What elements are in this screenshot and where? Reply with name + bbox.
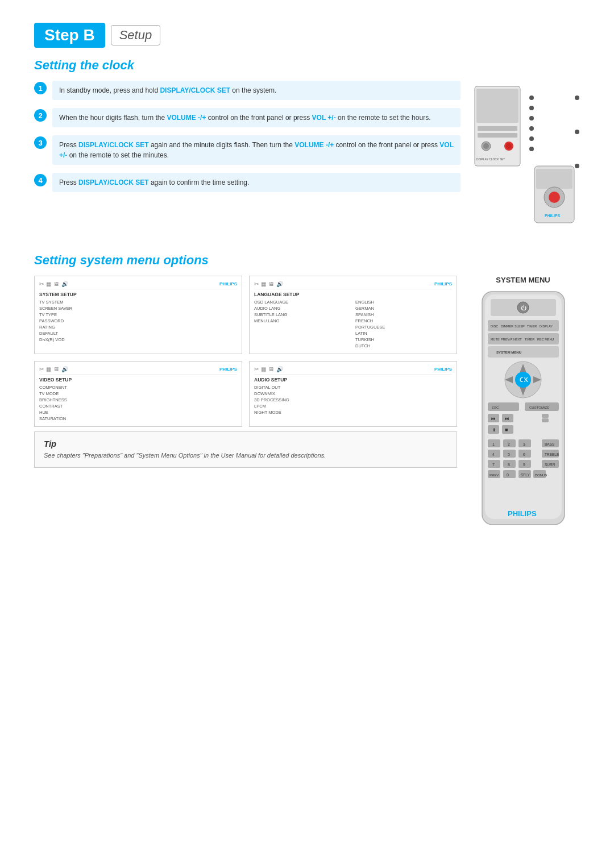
monitor-icon-2: 🖥 (268, 281, 274, 287)
audio-3d: 3D PROCESSING (254, 397, 452, 403)
svg-text:SFLY: SFLY (521, 473, 530, 477)
step-item-3: 3Press DISPLAY/CLOCK SET again and the m… (34, 135, 460, 165)
svg-text:SURR: SURR (545, 463, 555, 467)
philips-logo-2: PHILIPS (434, 281, 452, 286)
system-setup-item-tvsystem: TV SYSTEM (39, 299, 237, 305)
menus-area: ✂ ▦ 🖥 🔊 PHILIPS SYSTEM SETUP TV SYSTEM S… (34, 276, 457, 533)
svg-text:9: 9 (523, 463, 525, 467)
step-num-1: 1 (34, 82, 47, 94)
lang-menu: MENU LANG (254, 318, 351, 324)
lang-portuguese: PORTUGUESE (355, 324, 452, 330)
system-setup-box: ✂ ▦ 🖥 🔊 PHILIPS SYSTEM SETUP TV SYSTEM S… (34, 276, 242, 354)
svg-point-13 (529, 136, 534, 141)
svg-text:PHILIPS: PHILIPS (508, 509, 537, 518)
svg-text:⏮: ⏮ (491, 416, 496, 421)
svg-point-5 (483, 143, 489, 149)
video-component: COMPONENT (39, 384, 237, 391)
clock-section: 1In standby mode, press and hold DISPLAY… (34, 81, 580, 230)
volume-icon-4: 🔊 (276, 366, 283, 372)
video-tvmode: TV MODE (39, 391, 237, 397)
step-num-3: 3 (34, 136, 47, 149)
audio-night: NIGHT MODE (254, 409, 452, 416)
grid-icon: ▦ (46, 281, 51, 287)
svg-text:6: 6 (523, 452, 525, 456)
svg-rect-59 (542, 418, 549, 422)
svg-point-11 (529, 116, 534, 121)
svg-text:BASS: BASS (545, 442, 555, 446)
svg-text:NEXT: NEXT (513, 338, 522, 341)
step-text-3: Press DISPLAY/CLOCK SET again and the mi… (52, 135, 460, 165)
svg-text:DISC: DISC (491, 325, 498, 328)
svg-point-15 (575, 95, 579, 100)
audio-setup-box: ✂ ▦ 🖥 🔊 PHILIPS AUDIO SETUP DIGITAL OUT … (249, 361, 457, 427)
system-setup-item-rating: RATING (39, 324, 237, 330)
svg-text:DIMMER: DIMMER (501, 325, 513, 328)
language-setup-box: ✂ ▦ 🖥 🔊 PHILIPS LANGUAGE SETUP OSD LANGU… (249, 276, 457, 354)
svg-rect-1 (476, 89, 518, 123)
language-right: ENGLISH GERMAN SPANISH FRENCH PORTUGUESE… (355, 299, 452, 349)
svg-text:PHILIPS: PHILIPS (545, 214, 561, 218)
svg-point-9 (529, 95, 534, 100)
step-b-label: Step B (34, 23, 105, 48)
lang-subtitle: SUBTITLE LANG (254, 312, 351, 318)
svg-text:3: 3 (523, 442, 525, 446)
svg-rect-58 (542, 414, 549, 418)
step-item-4: 4Press DISPLAY/CLOCK SET again to confir… (34, 173, 460, 192)
volume-icon-2: 🔊 (276, 281, 283, 287)
step-item-2: 2When the hour digits flash, turn the VO… (34, 108, 460, 127)
svg-text:DISPLAY CLOCK SET: DISPLAY CLOCK SET (476, 157, 505, 161)
system-setup-item-divx: DivX(R) VOD (39, 337, 237, 343)
monitor-icon-4: 🖥 (268, 366, 274, 372)
svg-point-17 (575, 164, 579, 168)
lang-spanish: SPANISH (355, 312, 452, 318)
lang-german: GERMAN (355, 305, 452, 312)
video-setup-box: ✂ ▦ 🖥 🔊 PHILIPS VIDEO SETUP COMPONENT TV… (34, 361, 242, 427)
system-setup-item-password: PASSWORD (39, 318, 237, 324)
svg-rect-19 (536, 169, 572, 189)
tip-box: Tip See chapters "Preparations" and "Sys… (34, 431, 457, 468)
step-text-4: Press DISPLAY/CLOCK SET again to confirm… (52, 173, 460, 192)
svg-text:1: 1 (492, 442, 495, 446)
philips-logo-1: PHILIPS (219, 281, 237, 286)
svg-text:⏭: ⏭ (505, 416, 509, 421)
svg-text:2: 2 (508, 442, 510, 446)
grid-icon-2: ▦ (261, 281, 266, 287)
system-setup-item-screensaver: SCREEN SAVER (39, 305, 237, 312)
language-left: OSD LANGUAGE AUDIO LANG SUBTITLE LANG ME… (254, 299, 351, 349)
step-item-1: 1In standby mode, press and hold DISPLAY… (34, 81, 460, 100)
svg-text:⏸: ⏸ (491, 427, 496, 433)
video-brightness: BRIGHTNESS (39, 397, 237, 403)
system-setup-item-default: DEFAULT (39, 330, 237, 337)
system-menu-label: SYSTEM MENU (496, 276, 550, 284)
svg-text:8: 8 (508, 463, 510, 467)
system-remote-area: SYSTEM MENU ⏻ DISC DIMMER SLEEP TIMER DI… (466, 276, 580, 533)
svg-rect-3 (478, 133, 517, 138)
step-header: Step B Setup (34, 23, 580, 48)
svg-point-16 (575, 130, 579, 134)
svg-text:TREBLE: TREBLE (545, 452, 559, 456)
svg-point-49 (521, 378, 525, 381)
step-text-2: When the hour digits flash, turn the VOL… (52, 108, 460, 127)
svg-text:SYSTEM MENU: SYSTEM MENU (496, 351, 521, 354)
svg-text:0: 0 (507, 473, 509, 477)
grid-icon-4: ▦ (261, 366, 266, 372)
svg-text:TIMER: TIMER (527, 325, 537, 328)
svg-rect-90 (503, 470, 516, 478)
audio-setup-title: AUDIO SETUP (254, 377, 452, 383)
svg-text:MUTE: MUTE (491, 338, 500, 341)
lang-turkish: TURKISH (355, 337, 452, 343)
language-setup-title: LANGUAGE SETUP (254, 292, 452, 297)
philips-logo-3: PHILIPS (219, 367, 237, 372)
monitor-icon: 🖥 (53, 281, 59, 287)
svg-point-10 (529, 106, 534, 110)
clock-section-title: Setting the clock (34, 58, 580, 73)
grid-icon-3: ▦ (46, 366, 51, 372)
svg-text:5: 5 (508, 452, 510, 456)
svg-text:PREV: PREV (489, 474, 499, 477)
svg-text:■: ■ (505, 427, 508, 433)
clock-steps: 1In standby mode, press and hold DISPLAY… (34, 81, 460, 230)
svg-text:TIMER: TIMER (525, 338, 534, 341)
video-setup-title: VIDEO SETUP (39, 377, 237, 383)
svg-point-7 (506, 143, 512, 149)
language-setup-icons: ✂ ▦ 🖥 🔊 (254, 281, 283, 287)
